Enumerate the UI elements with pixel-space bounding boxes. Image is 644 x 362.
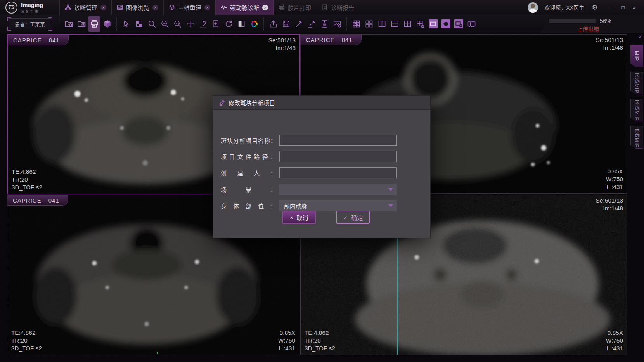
window-level: L :431 <box>278 345 295 352</box>
zoom-x2-button[interactable]: ×2 <box>171 16 183 32</box>
probe-line-button[interactable] <box>293 16 305 32</box>
series-tab[interactable]: CAPRICE 041 <box>8 35 69 45</box>
rotate-reset-button[interactable] <box>223 16 234 32</box>
close-icon[interactable]: × <box>629 5 639 10</box>
tab-label: 图像浏览 <box>126 3 149 12</box>
upload-error-text[interactable]: 上传出错 <box>577 25 599 33</box>
image-icon <box>117 4 123 10</box>
measure-button[interactable] <box>197 16 209 32</box>
grid-dense-icon <box>352 19 361 28</box>
film-strip-button[interactable] <box>466 16 477 32</box>
open-study-settings-button[interactable] <box>63 16 74 32</box>
minimize-icon[interactable]: – <box>608 5 617 10</box>
shape-rectangle-remove-button[interactable] <box>453 16 464 32</box>
volume-3d-button[interactable] <box>101 16 113 32</box>
dialog-title-bar[interactable]: 修改斑块分析项目 <box>213 96 430 110</box>
side-tab-mip[interactable]: MIP <box>630 45 643 67</box>
project-path-input[interactable] <box>279 151 397 162</box>
maximize-icon[interactable]: □ <box>618 5 628 10</box>
body-part-select[interactable]: 颅内动脉 <box>279 200 397 211</box>
body-part-select-value: 颅内动脉 <box>284 202 307 210</box>
hierarchy-icon <box>65 4 71 10</box>
settings-gear-icon[interactable]: ⚙ <box>590 3 599 12</box>
save-button[interactable] <box>280 16 292 32</box>
cancel-button[interactable]: × 取消 <box>282 211 316 224</box>
side-tab-label: 未选MIP <box>633 127 641 148</box>
layout-grid-close-button[interactable] <box>414 16 426 32</box>
color-palette-button[interactable] <box>248 16 260 32</box>
zoom-factor: 0.85X <box>278 329 295 337</box>
side-tab-mip-unselected-1[interactable]: 未选MIP <box>630 72 643 94</box>
rotate-icon <box>224 19 233 28</box>
tab-carotid-diagnosis[interactable]: 颈动脉诊断 × <box>215 0 274 15</box>
toolbar-separator <box>116 18 117 30</box>
layout-quad-button[interactable] <box>363 16 375 32</box>
window-width: W:750 <box>278 337 295 345</box>
layout-grid-2x2-button[interactable] <box>402 16 413 32</box>
open-study-add-button[interactable] <box>76 16 87 32</box>
window-width: W:750 <box>606 337 623 345</box>
contrast-button[interactable] <box>133 16 145 32</box>
tab-label: 诊断管理 <box>74 3 97 12</box>
scene-select[interactable] <box>279 184 397 195</box>
series-name: CAPRICE <box>13 197 42 204</box>
report-new-button[interactable] <box>319 16 330 32</box>
film-strip-icon <box>467 19 476 28</box>
acquisition-overlay: TE:4.862 TR:20 3D_TOF s2 <box>11 329 42 352</box>
collapse-chevron-icon[interactable]: « <box>628 33 644 40</box>
cursor-button[interactable] <box>120 16 132 32</box>
layout-split-horizontal-button[interactable] <box>389 16 400 32</box>
user-avatar[interactable] <box>528 2 538 13</box>
image-upload-button[interactable] <box>331 16 343 32</box>
toolbar: 患者：王某某 ×2 <box>0 15 644 33</box>
patient-chip[interactable]: 患者：王某某 <box>9 18 51 29</box>
series-tab[interactable]: CAPRICE 041 <box>301 35 362 45</box>
upload-button[interactable] <box>267 16 279 32</box>
invert-button[interactable] <box>235 16 247 32</box>
field-label: 斑块分析项目名称： <box>221 136 276 144</box>
filled-ellipse-icon <box>441 19 450 28</box>
corner-bracket <box>7 27 11 31</box>
shape-rectangle-button[interactable] <box>427 16 439 32</box>
tab-close-icon[interactable]: × <box>100 5 106 10</box>
tab-label: 胶片打印 <box>288 3 311 12</box>
series-name: CAPRICE <box>306 36 335 43</box>
pan-button[interactable] <box>184 16 196 32</box>
annotation-add-button[interactable] <box>210 16 222 32</box>
project-name-input[interactable] <box>279 135 397 146</box>
side-tab-mip-unselected-2[interactable]: 未选MIP <box>630 99 643 121</box>
tab-image-browse[interactable]: 图像浏览 × <box>111 0 164 15</box>
series-index: Se:501/13 <box>268 36 296 44</box>
tab-close-icon[interactable]: × <box>262 5 268 10</box>
side-tab-mip-unselected-3[interactable]: 未选MIP <box>630 126 643 149</box>
welcome-text: 欢迎您，XX医生 <box>544 3 584 11</box>
series-number: 041 <box>49 37 60 43</box>
confirm-button[interactable]: ✓ 确定 <box>336 211 370 224</box>
grid-dense-button[interactable] <box>350 16 362 32</box>
image-upload-icon <box>333 19 342 28</box>
series-index: Se:501/13 <box>596 36 623 44</box>
shape-ellipse-button[interactable] <box>440 16 452 32</box>
tab-3d-reconstruction[interactable]: 三维重建 × <box>163 0 216 15</box>
progress-track <box>549 19 596 23</box>
brand-subtitle: 清影华康 <box>21 9 43 13</box>
series-tab[interactable]: CAPRICE 041 <box>7 195 68 206</box>
tab-diagnosis-management[interactable]: 诊断管理 × <box>59 0 112 15</box>
tr-value: TR:20 <box>11 337 42 345</box>
layout-split-vertical-button[interactable] <box>376 16 388 32</box>
confirm-label: 确定 <box>351 213 363 222</box>
folder-plus-icon <box>77 19 86 28</box>
search-button[interactable] <box>146 16 158 32</box>
tab-label: 诊断报告 <box>331 3 354 12</box>
zoom-in-button[interactable] <box>159 16 170 32</box>
logo-text: TS <box>9 5 14 10</box>
printer-icon <box>279 4 285 10</box>
zoom-x2-icon: ×2 <box>173 19 182 28</box>
print-button[interactable] <box>88 16 100 32</box>
tab-close-icon[interactable]: × <box>204 5 210 10</box>
tab-close-icon[interactable]: × <box>152 5 158 10</box>
grid-2x2-icon <box>403 19 412 28</box>
creator-input[interactable] <box>279 167 397 178</box>
probe-line-baseline-button[interactable] <box>306 16 317 32</box>
tab-label: 颈动脉诊断 <box>230 3 259 12</box>
